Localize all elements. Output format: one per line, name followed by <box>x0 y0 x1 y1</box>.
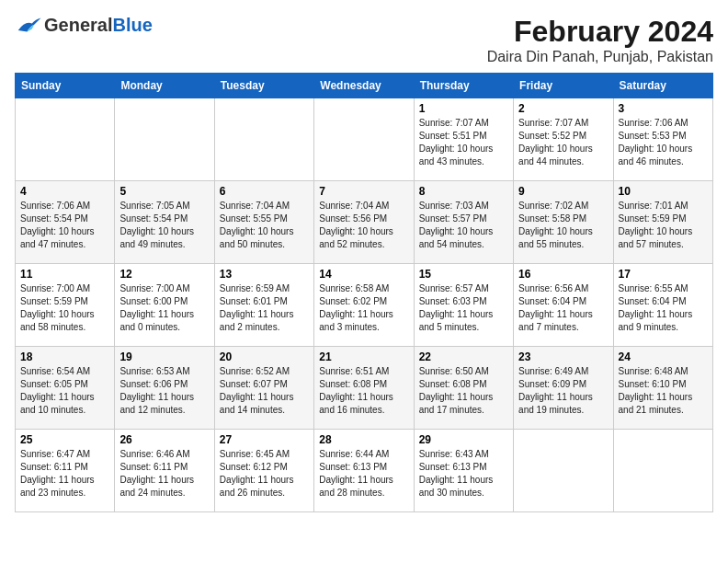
day-info: Sunrise: 6:48 AM Sunset: 6:10 PM Dayligh… <box>619 365 708 417</box>
day-info: Sunrise: 6:53 AM Sunset: 6:06 PM Dayligh… <box>119 365 209 417</box>
day-info: Sunrise: 6:58 AM Sunset: 6:02 PM Dayligh… <box>319 282 408 334</box>
day-number: 26 <box>119 433 209 446</box>
calendar-week-row: 18Sunrise: 6:54 AM Sunset: 6:05 PM Dayli… <box>16 347 713 430</box>
calendar-day-cell: 27Sunrise: 6:45 AM Sunset: 6:12 PM Dayli… <box>214 430 313 512</box>
page-title: February 2024 <box>487 15 713 49</box>
logo-general-text: General <box>44 15 112 35</box>
day-number: 13 <box>220 268 309 281</box>
calendar-day-cell: 15Sunrise: 6:57 AM Sunset: 6:03 PM Dayli… <box>414 264 513 347</box>
day-info: Sunrise: 6:55 AM Sunset: 6:04 PM Dayligh… <box>619 282 708 334</box>
day-number: 8 <box>419 185 508 198</box>
day-number: 28 <box>319 433 408 446</box>
calendar-day-cell: 2Sunrise: 7:07 AM Sunset: 5:52 PM Daylig… <box>514 98 613 181</box>
day-info: Sunrise: 6:57 AM Sunset: 6:03 PM Dayligh… <box>419 282 508 334</box>
calendar-table: SundayMondayTuesdayWednesdayThursdayFrid… <box>15 73 713 512</box>
day-number: 10 <box>619 185 708 198</box>
day-number: 14 <box>319 268 408 281</box>
day-info: Sunrise: 7:02 AM Sunset: 5:58 PM Dayligh… <box>518 200 608 251</box>
logo-bird-icon <box>15 15 42 35</box>
day-info: Sunrise: 6:52 AM Sunset: 6:07 PM Dayligh… <box>220 365 309 417</box>
day-number: 9 <box>518 185 608 198</box>
page-subtitle: Daira Din Panah, Punjab, Pakistan <box>487 49 713 65</box>
day-info: Sunrise: 7:03 AM Sunset: 5:57 PM Dayligh… <box>419 200 508 251</box>
day-info: Sunrise: 6:47 AM Sunset: 6:11 PM Dayligh… <box>20 448 109 500</box>
title-block: February 2024 Daira Din Panah, Punjab, P… <box>487 15 713 65</box>
calendar-day-cell: 1Sunrise: 7:07 AM Sunset: 5:51 PM Daylig… <box>414 98 513 181</box>
day-info: Sunrise: 7:01 AM Sunset: 5:59 PM Dayligh… <box>619 200 708 251</box>
day-info: Sunrise: 7:05 AM Sunset: 5:54 PM Dayligh… <box>119 200 209 251</box>
calendar-header-row: SundayMondayTuesdayWednesdayThursdayFrid… <box>16 74 713 98</box>
calendar-day-cell: 20Sunrise: 6:52 AM Sunset: 6:07 PM Dayli… <box>214 347 313 430</box>
calendar-day-cell: 4Sunrise: 7:06 AM Sunset: 5:54 PM Daylig… <box>16 181 115 264</box>
day-number: 23 <box>518 350 608 363</box>
calendar-day-cell: 22Sunrise: 6:50 AM Sunset: 6:08 PM Dayli… <box>414 347 513 430</box>
day-number: 20 <box>220 350 309 363</box>
calendar-week-row: 1Sunrise: 7:07 AM Sunset: 5:51 PM Daylig… <box>16 98 713 181</box>
logo-blue-text: Blue <box>112 15 152 35</box>
day-number: 18 <box>20 350 109 363</box>
calendar-day-cell <box>314 98 414 181</box>
day-number: 7 <box>319 185 408 198</box>
calendar-column-header: Wednesday <box>314 74 414 98</box>
calendar-day-cell: 13Sunrise: 6:59 AM Sunset: 6:01 PM Dayli… <box>214 264 313 347</box>
day-number: 25 <box>20 433 109 446</box>
day-number: 12 <box>119 268 209 281</box>
day-info: Sunrise: 7:07 AM Sunset: 5:51 PM Dayligh… <box>419 117 508 168</box>
calendar-day-cell <box>514 430 613 512</box>
calendar-day-cell: 11Sunrise: 7:00 AM Sunset: 5:59 PM Dayli… <box>16 264 115 347</box>
day-info: Sunrise: 7:07 AM Sunset: 5:52 PM Dayligh… <box>518 117 608 168</box>
calendar-week-row: 11Sunrise: 7:00 AM Sunset: 5:59 PM Dayli… <box>16 264 713 347</box>
calendar-day-cell: 6Sunrise: 7:04 AM Sunset: 5:55 PM Daylig… <box>214 181 313 264</box>
day-info: Sunrise: 6:45 AM Sunset: 6:12 PM Dayligh… <box>220 448 309 500</box>
day-number: 16 <box>518 268 608 281</box>
day-info: Sunrise: 7:04 AM Sunset: 5:56 PM Dayligh… <box>319 200 408 251</box>
calendar-day-cell: 24Sunrise: 6:48 AM Sunset: 6:10 PM Dayli… <box>613 347 712 430</box>
day-info: Sunrise: 6:49 AM Sunset: 6:09 PM Dayligh… <box>518 365 608 417</box>
calendar-day-cell: 5Sunrise: 7:05 AM Sunset: 5:54 PM Daylig… <box>115 181 214 264</box>
day-number: 1 <box>419 102 508 115</box>
calendar-day-cell: 12Sunrise: 7:00 AM Sunset: 6:00 PM Dayli… <box>115 264 214 347</box>
day-number: 11 <box>20 268 109 281</box>
calendar-day-cell: 23Sunrise: 6:49 AM Sunset: 6:09 PM Dayli… <box>514 347 613 430</box>
day-number: 4 <box>20 185 109 198</box>
day-number: 21 <box>319 350 408 363</box>
day-info: Sunrise: 7:06 AM Sunset: 5:54 PM Dayligh… <box>20 200 109 251</box>
calendar-column-header: Thursday <box>414 74 513 98</box>
day-info: Sunrise: 7:06 AM Sunset: 5:53 PM Dayligh… <box>619 117 708 168</box>
calendar-day-cell: 17Sunrise: 6:55 AM Sunset: 6:04 PM Dayli… <box>613 264 712 347</box>
calendar-day-cell <box>613 430 712 512</box>
calendar-column-header: Friday <box>514 74 613 98</box>
calendar-day-cell: 8Sunrise: 7:03 AM Sunset: 5:57 PM Daylig… <box>414 181 513 264</box>
calendar-day-cell: 16Sunrise: 6:56 AM Sunset: 6:04 PM Dayli… <box>514 264 613 347</box>
calendar-column-header: Sunday <box>16 74 115 98</box>
calendar-column-header: Saturday <box>613 74 712 98</box>
day-number: 3 <box>619 102 708 115</box>
calendar-day-cell: 10Sunrise: 7:01 AM Sunset: 5:59 PM Dayli… <box>613 181 712 264</box>
calendar-day-cell: 3Sunrise: 7:06 AM Sunset: 5:53 PM Daylig… <box>613 98 712 181</box>
day-number: 17 <box>619 268 708 281</box>
day-number: 29 <box>419 433 508 446</box>
logo: GeneralBlue <box>15 15 153 35</box>
day-info: Sunrise: 6:56 AM Sunset: 6:04 PM Dayligh… <box>518 282 608 334</box>
calendar-day-cell: 25Sunrise: 6:47 AM Sunset: 6:11 PM Dayli… <box>16 430 115 512</box>
day-info: Sunrise: 7:00 AM Sunset: 6:00 PM Dayligh… <box>119 282 209 334</box>
day-number: 2 <box>518 102 608 115</box>
calendar-day-cell: 28Sunrise: 6:44 AM Sunset: 6:13 PM Dayli… <box>314 430 414 512</box>
day-info: Sunrise: 6:43 AM Sunset: 6:13 PM Dayligh… <box>419 448 508 500</box>
day-number: 15 <box>419 268 508 281</box>
calendar-day-cell: 26Sunrise: 6:46 AM Sunset: 6:11 PM Dayli… <box>115 430 214 512</box>
calendar-week-row: 4Sunrise: 7:06 AM Sunset: 5:54 PM Daylig… <box>16 181 713 264</box>
calendar-day-cell: 9Sunrise: 7:02 AM Sunset: 5:58 PM Daylig… <box>514 181 613 264</box>
page-header: GeneralBlue February 2024 Daira Din Pana… <box>15 15 713 65</box>
calendar-day-cell: 7Sunrise: 7:04 AM Sunset: 5:56 PM Daylig… <box>314 181 414 264</box>
calendar-column-header: Tuesday <box>214 74 313 98</box>
day-number: 27 <box>220 433 309 446</box>
calendar-day-cell: 14Sunrise: 6:58 AM Sunset: 6:02 PM Dayli… <box>314 264 414 347</box>
calendar-day-cell <box>16 98 115 181</box>
calendar-week-row: 25Sunrise: 6:47 AM Sunset: 6:11 PM Dayli… <box>16 430 713 512</box>
day-info: Sunrise: 6:50 AM Sunset: 6:08 PM Dayligh… <box>419 365 508 417</box>
day-number: 6 <box>220 185 309 198</box>
calendar-day-cell <box>214 98 313 181</box>
day-number: 24 <box>619 350 708 363</box>
day-number: 22 <box>419 350 508 363</box>
